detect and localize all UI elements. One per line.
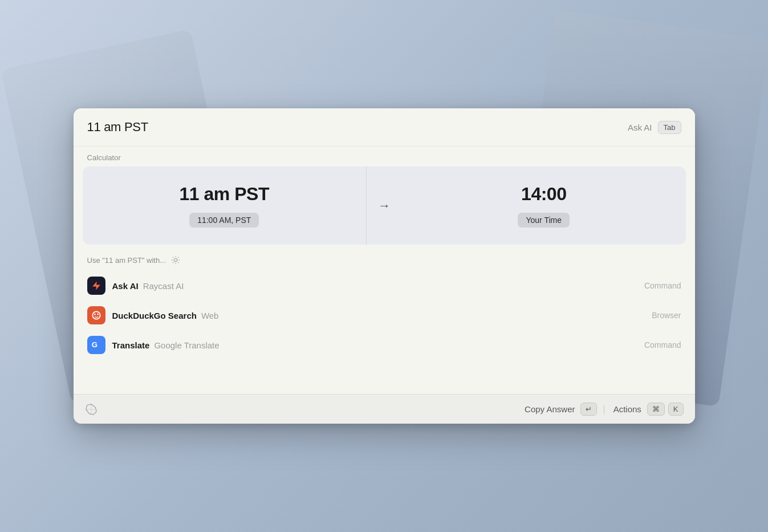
svg-text:G: G <box>91 340 97 349</box>
calc-output-badge: Your Time <box>518 213 570 228</box>
raycast-logo-icon <box>85 403 97 416</box>
cmd-key-badge: ⌘ <box>647 403 665 416</box>
app-name: Translate <box>112 340 150 350</box>
app-name: Ask AI <box>112 281 139 291</box>
content-spacer <box>74 360 695 394</box>
use-with-header: Use "11 am PST" with... <box>74 245 695 271</box>
footer-right: Copy Answer ↵ | Actions ⌘ K <box>525 403 683 416</box>
translate-icon: G <box>87 336 105 354</box>
actions-label[interactable]: Actions <box>613 404 641 414</box>
ddg-icon <box>87 306 105 324</box>
svg-marker-1 <box>92 282 100 290</box>
list-item[interactable]: Ask AI Raycast AI Command <box>80 271 688 300</box>
calc-input-badge: 11:00 AM, PST <box>189 213 259 228</box>
app-list: Ask AI Raycast AI Command DuckDuckGo Sea… <box>74 271 695 360</box>
calc-output-time: 14:00 <box>521 184 566 205</box>
svg-point-4 <box>94 314 96 315</box>
enter-key-badge: ↵ <box>580 403 597 416</box>
list-item[interactable]: DuckDuckGo Search Web Browser <box>80 300 688 330</box>
list-item[interactable]: G Translate Google Translate Command <box>80 330 688 360</box>
footer-divider: | <box>603 404 605 415</box>
k-key-badge: K <box>668 403 684 416</box>
calculator-panel: 11 am PST 11:00 AM, PST → 14:00 Your Tim… <box>83 166 686 245</box>
copy-answer-label[interactable]: Copy Answer <box>525 404 575 414</box>
askai-icon <box>87 277 105 295</box>
footer: Copy Answer ↵ | Actions ⌘ K <box>74 394 695 424</box>
section-label: Calculator <box>74 147 695 166</box>
tab-badge: Tab <box>658 121 681 134</box>
settings-icon[interactable] <box>170 255 181 265</box>
svg-point-5 <box>97 314 99 315</box>
calc-input-time: 11 am PST <box>180 184 269 205</box>
app-shortcut: Browser <box>652 311 681 320</box>
app-shortcut: Command <box>644 340 681 350</box>
svg-point-3 <box>93 312 100 319</box>
calc-arrow-icon: → <box>367 198 402 213</box>
calc-right: 14:00 Your Time <box>402 166 686 245</box>
search-query: 11 am PST <box>87 120 148 135</box>
app-shortcut: Command <box>644 281 681 290</box>
use-with-label: Use "11 am PST" with... <box>87 256 166 265</box>
launcher-window: 11 am PST Ask AI Tab Calculator 11 am PS… <box>74 108 695 424</box>
header: 11 am PST Ask AI Tab <box>74 108 695 147</box>
svg-point-0 <box>174 258 177 261</box>
app-subtitle: Raycast AI <box>143 281 184 291</box>
header-right: Ask AI Tab <box>628 121 681 134</box>
calc-left: 11 am PST 11:00 AM, PST <box>83 166 367 245</box>
app-subtitle: Google Translate <box>154 340 219 350</box>
app-subtitle: Web <box>201 311 219 320</box>
app-name: DuckDuckGo Search <box>112 311 197 320</box>
ask-ai-label[interactable]: Ask AI <box>628 123 652 132</box>
